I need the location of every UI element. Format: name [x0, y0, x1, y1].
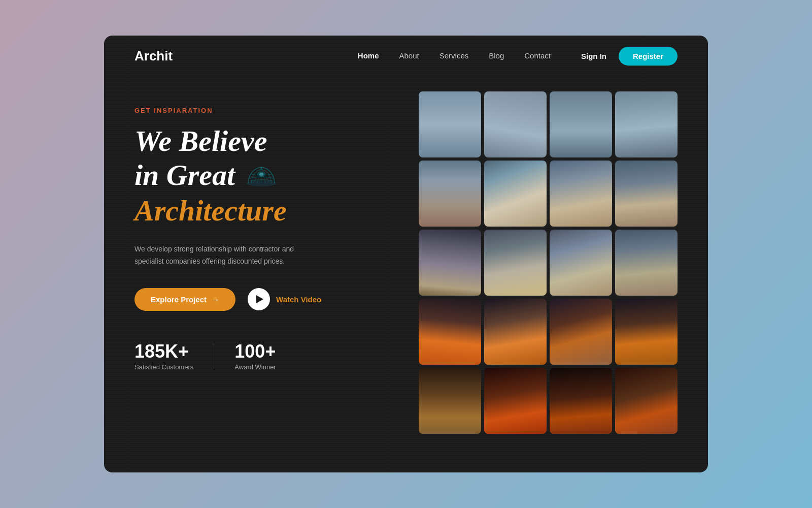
grid-cell-16 — [615, 299, 678, 365]
grid-cell-8 — [615, 161, 678, 227]
watch-video-label: Watch Video — [276, 295, 321, 304]
grid-cell-20 — [615, 368, 678, 434]
play-triangle-icon — [256, 295, 263, 303]
grid-cell-10 — [484, 230, 547, 296]
stat-customers-label: Satisfied Customers — [134, 363, 193, 371]
heading-architecture: Architecture — [134, 194, 388, 228]
hero-tagline: GET INSPIARATION — [134, 107, 388, 114]
nav-contact[interactable]: Contact — [524, 51, 551, 60]
grid-cell-9 — [419, 230, 481, 296]
hero-stats: 185K+ Satisfied Customers 100+ Award Win… — [134, 341, 388, 371]
grid-cell-6 — [484, 161, 547, 227]
hero-image-grid — [419, 86, 678, 434]
dome-icon — [243, 164, 280, 186]
grid-cell-4 — [615, 91, 678, 157]
grid-cell-12 — [615, 230, 678, 296]
nav-links: Home About Services Blog Contact — [358, 51, 551, 60]
grid-cell-19 — [550, 368, 612, 434]
nav-actions: Sign In Register — [581, 47, 678, 66]
grid-cell-11 — [550, 230, 612, 296]
grid-cell-13 — [419, 299, 481, 365]
hero-content: GET INSPIARATION We Believe in Great — [134, 86, 388, 371]
stat-divider — [214, 343, 214, 369]
stat-customers-number: 185K+ — [134, 341, 193, 362]
grid-cell-15 — [550, 299, 612, 365]
nav-services[interactable]: Services — [439, 51, 469, 60]
hero-description: We develop strong relationship with cont… — [134, 243, 307, 268]
grid-cell-7 — [550, 161, 612, 227]
arrow-right-icon: → — [212, 295, 219, 304]
architecture-mosaic — [419, 91, 678, 434]
heading-line1: We Believe — [134, 124, 267, 157]
stat-awards-label: Award Winner — [234, 363, 276, 371]
grid-cell-3 — [550, 91, 612, 157]
stat-awards: 100+ Award Winner — [234, 341, 296, 371]
play-button-circle[interactable] — [248, 288, 270, 310]
grid-cell-18 — [484, 368, 547, 434]
nav-about[interactable]: About — [399, 51, 419, 60]
grid-cell-5 — [419, 161, 481, 227]
hero-section: GET INSPIARATION We Believe in Great — [104, 76, 708, 434]
signin-button[interactable]: Sign In — [581, 52, 606, 60]
grid-cell-17 — [419, 368, 481, 434]
nav-home[interactable]: Home — [358, 51, 379, 60]
heading-line2: in Great — [134, 158, 388, 193]
grid-cell-1 — [419, 91, 481, 157]
stat-customers: 185K+ Satisfied Customers — [134, 341, 214, 371]
heading-great: in Great — [134, 158, 235, 193]
grid-cell-2 — [484, 91, 547, 157]
grid-cell-14 — [484, 299, 547, 365]
nav-blog[interactable]: Blog — [489, 51, 504, 60]
register-button[interactable]: Register — [619, 47, 678, 66]
explore-project-button[interactable]: Explore Project → — [134, 288, 235, 311]
main-window: Archit Home About Services Blog Contact … — [104, 36, 708, 472]
hero-buttons: Explore Project → Watch Video — [134, 288, 388, 311]
brand-logo: Archit — [134, 48, 173, 64]
stat-awards-number: 100+ — [234, 341, 276, 362]
navbar: Archit Home About Services Blog Contact … — [104, 36, 708, 76]
hero-heading: We Believe in Great — [134, 124, 388, 228]
watch-video-group[interactable]: Watch Video — [248, 288, 321, 310]
